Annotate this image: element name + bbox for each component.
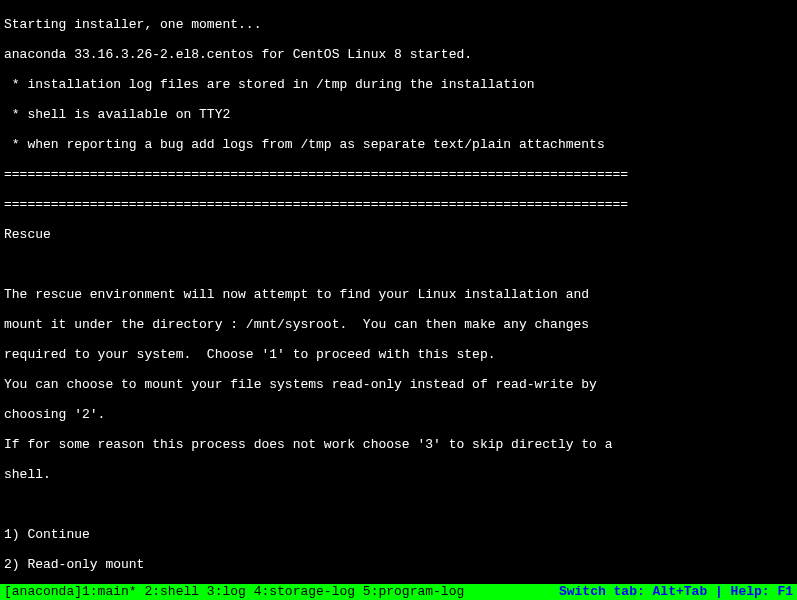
output-line: * installation log files are stored in /… bbox=[4, 77, 793, 92]
output-line: The rescue environment will now attempt … bbox=[4, 287, 793, 302]
section-title: Rescue bbox=[4, 227, 793, 242]
terminal-output: Starting installer, one moment... anacon… bbox=[0, 0, 797, 600]
separator-line: ========================================… bbox=[4, 167, 793, 182]
output-line: shell. bbox=[4, 467, 793, 482]
output-line: choosing '2'. bbox=[4, 407, 793, 422]
output-line: required to your system. Choose '1' to p… bbox=[4, 347, 793, 362]
status-help: Switch tab: Alt+Tab | Help: F1 bbox=[559, 584, 793, 600]
menu-option-2: 2) Read-only mount bbox=[4, 557, 793, 572]
output-line bbox=[4, 257, 793, 272]
output-line: anaconda 33.16.3.26-2.el8.centos for Cen… bbox=[4, 47, 793, 62]
output-line: You can choose to mount your file system… bbox=[4, 377, 793, 392]
output-line: If for some reason this process does not… bbox=[4, 437, 793, 452]
status-tabs[interactable]: [anaconda]1:main* 2:shell 3:log 4:storag… bbox=[4, 584, 464, 600]
output-line: * shell is available on TTY2 bbox=[4, 107, 793, 122]
output-line: * when reporting a bug add logs from /tm… bbox=[4, 137, 793, 152]
status-bar: [anaconda]1:main* 2:shell 3:log 4:storag… bbox=[0, 584, 797, 600]
output-line: mount it under the directory : /mnt/sysr… bbox=[4, 317, 793, 332]
separator-line: ========================================… bbox=[4, 197, 793, 212]
output-line: Starting installer, one moment... bbox=[4, 17, 793, 32]
output-line bbox=[4, 497, 793, 512]
menu-option-1: 1) Continue bbox=[4, 527, 793, 542]
